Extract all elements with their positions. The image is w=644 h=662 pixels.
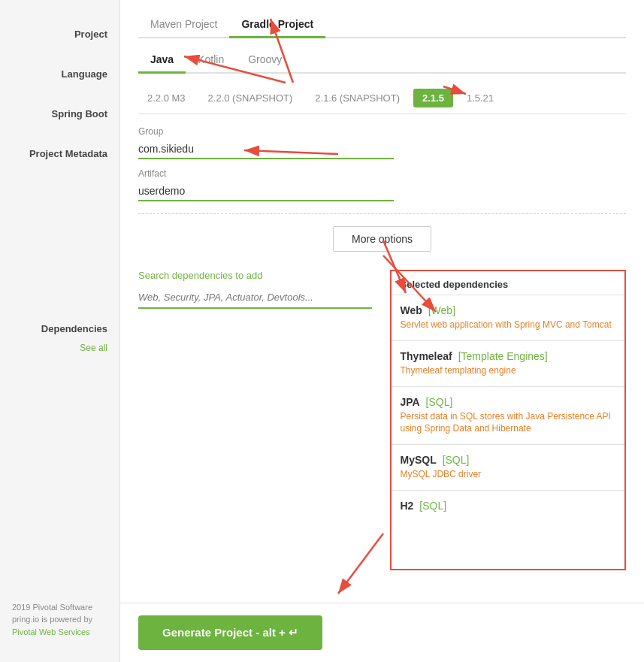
version-2.2.0snap[interactable]: 2.2.0 (SNAPSHOT) <box>199 89 302 107</box>
tab-java[interactable]: Java <box>138 47 186 74</box>
group-field-group: Group <box>138 126 626 159</box>
project-metadata-section: Group Artifact <box>138 126 626 201</box>
version-1.5.21[interactable]: 1.5.21 <box>458 89 503 107</box>
group-input[interactable] <box>138 140 394 159</box>
version-2.1.6snap[interactable]: 2.1.6 (SNAPSHOT) <box>306 89 409 107</box>
dep-h2-category: [SQL] <box>419 500 446 512</box>
dep-mysql-category: [SQL] <box>443 454 470 466</box>
dep-mysql-name: MySQL <box>401 454 437 466</box>
tab-groovy[interactable]: Groovy <box>236 47 294 74</box>
dep-mysql: MySQL [SQL] MySQL JDBC driver <box>392 445 625 491</box>
dep-h2: H2 [SQL] <box>392 491 625 521</box>
more-options-row: More options <box>138 213 626 264</box>
selected-deps-label: Selected dependencies <box>392 271 625 295</box>
dependencies-search: Search dependencies to add <box>138 270 372 570</box>
sidebar-item-project-metadata: Project Metadata <box>0 135 119 174</box>
dep-jpa-name: JPA <box>401 396 420 408</box>
footer: 2019 Pivotal Software pring.io is powere… <box>0 592 119 648</box>
artifact-input[interactable] <box>138 182 394 201</box>
more-options-button[interactable]: More options <box>333 226 431 252</box>
dep-web: Web [Web] Servlet web application with S… <box>392 295 625 341</box>
dep-jpa: JPA [SQL] Persist data in SQL stores wit… <box>392 387 625 446</box>
spring-boot-versions: 2.2.0 M3 2.2.0 (SNAPSHOT) 2.1.6 (SNAPSHO… <box>138 83 626 114</box>
dep-jpa-desc: Persist data in SQL stores with Java Per… <box>401 410 616 436</box>
dep-thymeleaf-name: Thymeleaf <box>401 350 452 362</box>
dep-web-category: [Web] <box>428 304 455 316</box>
dep-mysql-desc: MySQL JDBC driver <box>401 468 616 481</box>
sidebar-item-project: Project <box>0 15 119 55</box>
tab-gradle[interactable]: Gradle Project <box>229 12 325 38</box>
version-2.2.0m3[interactable]: 2.2.0 M3 <box>138 89 195 107</box>
dep-thymeleaf: Thymeleaf [Template Engines] Thymeleaf t… <box>392 341 625 387</box>
artifact-field-group: Artifact <box>138 168 626 201</box>
generate-project-button[interactable]: Generate Project - alt + ↵ <box>138 615 322 650</box>
selected-dependencies-panel: Selected dependencies Web [Web] Servlet … <box>390 270 627 570</box>
tab-kotlin[interactable]: Kotlin <box>186 47 236 74</box>
artifact-label: Artifact <box>138 168 626 179</box>
version-2.1.5[interactable]: 2.1.5 <box>413 89 453 107</box>
dep-web-desc: Servlet web application with Spring MVC … <box>401 319 616 331</box>
main-content: Maven Project Gradle Project Java Kotlin… <box>120 0 644 662</box>
deps-search-input[interactable] <box>138 287 372 309</box>
sidebar-item-language: Language <box>0 55 119 95</box>
project-type-tabs: Maven Project Gradle Project <box>138 12 626 38</box>
dep-jpa-category: [SQL] <box>426 396 453 408</box>
dep-web-name: Web <box>401 304 422 316</box>
tab-maven[interactable]: Maven Project <box>138 12 229 38</box>
dep-h2-name: H2 <box>401 500 414 512</box>
language-tabs: Java Kotlin Groovy <box>138 47 626 74</box>
dependencies-section: Search dependencies to add Selected depe… <box>138 270 626 570</box>
dep-thymeleaf-desc: Thymeleaf templating engine <box>401 364 616 377</box>
see-all-link[interactable]: See all <box>0 341 119 353</box>
sidebar: Project Language Spring Boot Project Met… <box>0 0 120 662</box>
dep-thymeleaf-category: [Template Engines] <box>458 350 548 362</box>
deps-search-label: Search dependencies to add <box>138 270 372 281</box>
group-label: Group <box>138 126 626 137</box>
sidebar-item-spring-boot: Spring Boot <box>0 95 119 135</box>
generate-project-row: Generate Project - alt + ↵ <box>120 603 644 662</box>
